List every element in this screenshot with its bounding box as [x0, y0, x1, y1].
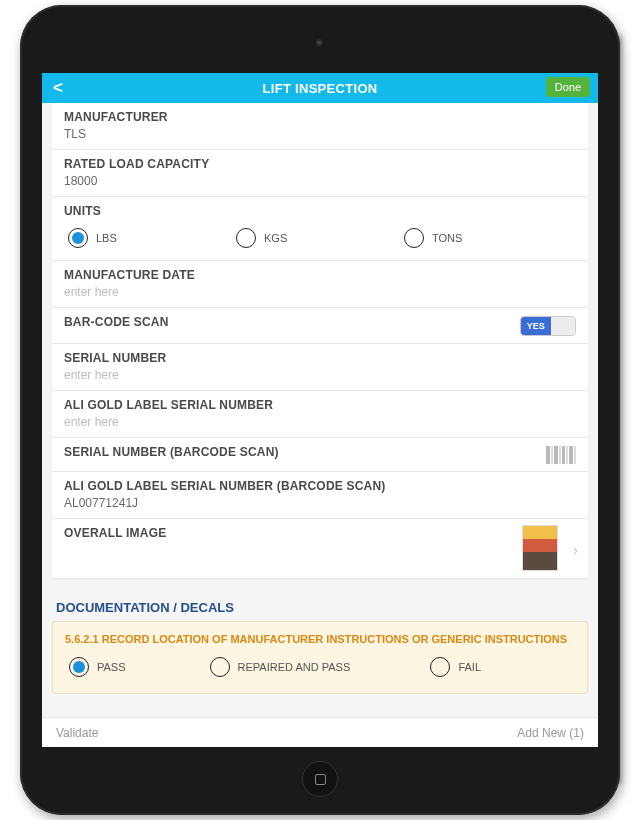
radio-label: PASS	[97, 661, 126, 673]
toggle-off	[551, 317, 575, 335]
field-serial-barcode[interactable]: SERIAL NUMBER (BARCODE SCAN)	[52, 437, 588, 471]
value: AL00771241J	[64, 496, 576, 510]
radio-icon	[210, 657, 230, 677]
label: RATED LOAD CAPACITY	[64, 157, 576, 171]
home-button[interactable]	[302, 761, 338, 797]
front-camera	[316, 39, 325, 48]
radio-tons[interactable]: TONS	[404, 228, 572, 248]
radio-label: TONS	[432, 232, 462, 244]
placeholder: enter here	[64, 415, 576, 429]
label: MANUFACTURER	[64, 110, 576, 124]
label: OVERALL IMAGE	[64, 526, 576, 540]
page-title: LIFT INSPECTION	[42, 81, 598, 96]
validate-button[interactable]: Validate	[56, 726, 98, 740]
value: 18000	[64, 174, 576, 188]
field-rated-load[interactable]: RATED LOAD CAPACITY 18000	[52, 149, 588, 196]
question-text: 5.6.2.1 RECORD LOCATION OF MANUFACTURER …	[65, 632, 575, 647]
radio-icon	[430, 657, 450, 677]
field-overall-image[interactable]: OVERALL IMAGE ›	[52, 518, 588, 578]
app-header: < LIFT INSPECTION Done	[42, 73, 598, 103]
radio-label: REPAIRED AND PASS	[238, 661, 351, 673]
value: TLS	[64, 127, 576, 141]
placeholder: enter here	[64, 368, 576, 382]
radio-icon	[68, 228, 88, 248]
field-ali-serial[interactable]: ALI GOLD LABEL SERIAL NUMBER enter here	[52, 390, 588, 437]
add-new-button[interactable]: Add New (1)	[517, 726, 584, 740]
content-scroll[interactable]: MANUFACTURER TLS RATED LOAD CAPACITY 180…	[42, 103, 598, 717]
done-button[interactable]: Done	[546, 77, 590, 97]
footer-bar: Validate Add New (1)	[42, 717, 598, 747]
chevron-right-icon: ›	[573, 540, 578, 557]
radio-label: LBS	[96, 232, 117, 244]
image-thumbnail[interactable]	[522, 525, 558, 571]
radio-icon	[236, 228, 256, 248]
radio-repaired-pass[interactable]: REPAIRED AND PASS	[210, 657, 431, 677]
question-radios: PASS REPAIRED AND PASS FAIL	[65, 647, 575, 687]
radio-icon	[69, 657, 89, 677]
field-manufacture-date[interactable]: MANUFACTURE DATE enter here	[52, 260, 588, 307]
lift-info-card: MANUFACTURER TLS RATED LOAD CAPACITY 180…	[52, 103, 588, 578]
units-radios: LBS KGS TONS	[64, 218, 576, 258]
tablet-frame: < LIFT INSPECTION Done MANUFACTURER TLS …	[20, 5, 620, 815]
radio-kgs[interactable]: KGS	[236, 228, 404, 248]
radio-fail[interactable]: FAIL	[430, 657, 571, 677]
label: UNITS	[64, 204, 576, 218]
label: SERIAL NUMBER (BARCODE SCAN)	[64, 445, 576, 459]
label: BAR-CODE SCAN	[64, 315, 576, 329]
field-barcode-scan: BAR-CODE SCAN YES	[52, 307, 588, 343]
radio-label: FAIL	[458, 661, 481, 673]
screen: < LIFT INSPECTION Done MANUFACTURER TLS …	[42, 73, 598, 747]
barcode-toggle[interactable]: YES	[520, 316, 576, 336]
label: MANUFACTURE DATE	[64, 268, 576, 282]
toggle-on-label: YES	[521, 317, 551, 335]
field-serial-number[interactable]: SERIAL NUMBER enter here	[52, 343, 588, 390]
radio-icon	[404, 228, 424, 248]
section-documentation-title: DOCUMENTATION / DECALS	[42, 592, 598, 621]
barcode-icon	[546, 446, 576, 464]
radio-pass[interactable]: PASS	[69, 657, 210, 677]
label: ALI GOLD LABEL SERIAL NUMBER (BARCODE SC…	[64, 479, 576, 493]
label: SERIAL NUMBER	[64, 351, 576, 365]
label: ALI GOLD LABEL SERIAL NUMBER	[64, 398, 576, 412]
field-units: UNITS LBS KGS TONS	[52, 196, 588, 260]
field-manufacturer[interactable]: MANUFACTURER TLS	[52, 103, 588, 149]
question-card: 5.6.2.1 RECORD LOCATION OF MANUFACTURER …	[52, 621, 588, 694]
field-ali-serial-barcode[interactable]: ALI GOLD LABEL SERIAL NUMBER (BARCODE SC…	[52, 471, 588, 518]
back-button[interactable]: <	[42, 73, 74, 103]
placeholder: enter here	[64, 285, 576, 299]
radio-lbs[interactable]: LBS	[68, 228, 236, 248]
radio-label: KGS	[264, 232, 287, 244]
